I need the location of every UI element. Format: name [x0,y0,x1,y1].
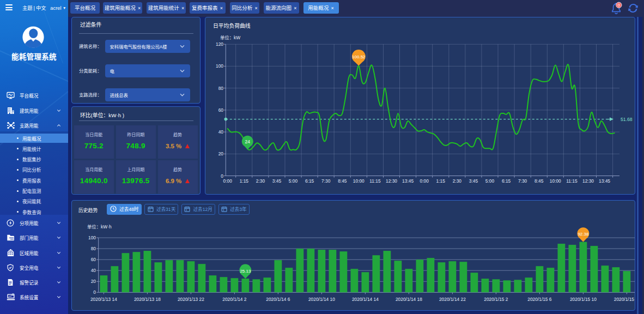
svg-text:6:15: 6:15 [502,178,511,184]
svg-text:120: 120 [216,41,223,47]
svg-text:7:30: 7:30 [518,178,527,184]
svg-text:80: 80 [218,86,224,91]
svg-text:10:00: 10:00 [353,178,364,184]
svg-text:40: 40 [218,129,224,135]
svg-text:单位：kW: 单位：kW [220,35,240,40]
svg-text:20: 20 [91,279,96,284]
svg-text:5:00: 5:00 [289,178,298,184]
svg-text:2020/1/15: 2020/1/15 [614,297,635,302]
svg-text:8:45: 8:45 [338,178,347,184]
svg-text:0: 0 [618,3,621,8]
svg-text:51.68: 51.68 [621,117,633,122]
svg-text:6:15: 6:15 [305,178,314,184]
svg-text:0:00: 0:00 [223,178,233,184]
svg-text:2020/1/15 2: 2020/1/15 2 [484,297,508,302]
svg-text:2020/1/13 22: 2020/1/13 22 [178,297,204,302]
svg-text:2020/1/14 10: 2020/1/14 10 [308,297,335,302]
svg-text:单位：kW·h: 单位：kW·h [87,224,112,230]
svg-text:2020/1/13 18: 2020/1/13 18 [134,297,161,302]
svg-text:12:30: 12:30 [386,178,397,184]
svg-text:2020/1/15 10: 2020/1/15 10 [570,297,597,302]
svg-text:7:30: 7:30 [321,178,331,184]
svg-text:2020/1/14 2: 2020/1/14 2 [222,297,247,302]
svg-text:100.52: 100.52 [352,55,366,59]
svg-text:25.13: 25.13 [240,269,251,274]
svg-text:2020/1/14 18: 2020/1/14 18 [396,297,422,302]
svg-text:5:00: 5:00 [485,178,495,184]
svg-text:10:00: 10:00 [550,178,561,184]
svg-text:11:15: 11:15 [369,178,381,184]
svg-text:13:45: 13:45 [599,178,610,184]
svg-text:2020/1/13 14: 2020/1/13 14 [90,297,117,302]
svg-text:100: 100 [88,235,96,240]
svg-text:80: 80 [91,246,96,251]
svg-text:13:45: 13:45 [402,178,414,184]
svg-text:60: 60 [91,257,96,262]
svg-text:3:45: 3:45 [469,178,478,184]
svg-text:2020/1/14 6: 2020/1/14 6 [266,297,290,302]
svg-text:12:30: 12:30 [582,178,594,184]
svg-text:24: 24 [245,139,251,144]
svg-text:2:30: 2:30 [256,178,265,184]
svg-text:0: 0 [93,289,96,295]
svg-text:2:30: 2:30 [453,178,462,184]
svg-text:92.38: 92.38 [578,232,589,237]
svg-text:20: 20 [218,151,224,156]
svg-text:1:15: 1:15 [436,178,446,184]
svg-text:2020/1/14 14: 2020/1/14 14 [352,297,379,302]
svg-text:8:45: 8:45 [534,178,544,184]
svg-text:60: 60 [218,107,224,113]
svg-text:1:15: 1:15 [240,178,249,184]
svg-text:0:00: 0:00 [420,178,429,184]
svg-text:日平均负荷曲线: 日平均负荷曲线 [213,22,251,29]
svg-text:2020/1/14 22: 2020/1/14 22 [439,297,466,302]
svg-text:100: 100 [216,63,223,69]
svg-text:40: 40 [91,268,96,273]
svg-text:3:45: 3:45 [272,178,282,184]
svg-text:11:15: 11:15 [566,178,578,184]
svg-text:2020/1/15 6: 2020/1/15 6 [527,297,552,302]
